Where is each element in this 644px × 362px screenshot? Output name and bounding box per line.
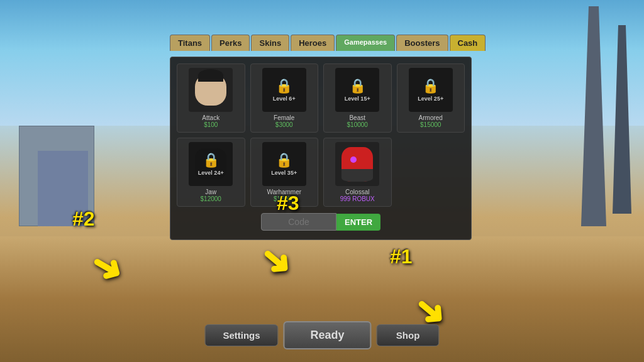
lock-level-armored: Level 25+ <box>418 96 443 102</box>
bottom-bar: Settings Ready Shop <box>204 321 439 349</box>
skin-card-armored[interactable]: 🔒 Level 25+ Armored $15000 <box>397 63 465 133</box>
skin-name-beast: Beast <box>328 114 387 121</box>
skin-card-beast[interactable]: 🔒 Level 15+ Beast $10000 <box>323 63 392 133</box>
skin-price-attack: $100 <box>181 121 241 128</box>
skins-grid: Attack $100 🔒 Level 6+ Female $3000 🔒 Le… <box>177 63 465 207</box>
lock-level-warhammer: Level 35+ <box>271 170 297 176</box>
lock-overlay-beast: 🔒 Level 15+ <box>335 68 379 112</box>
skin-name-jaw: Jaw <box>181 189 241 195</box>
enter-button[interactable]: ENTER <box>336 214 380 231</box>
skin-name-attack: Attack <box>181 114 241 121</box>
lock-icon-female: 🔒 <box>275 78 292 94</box>
skin-price-colossal: 999 ROBUX <box>328 195 387 202</box>
lock-overlay-jaw: 🔒 Level 24+ <box>189 142 233 186</box>
skin-name-armored: Armored <box>401 114 461 121</box>
skin-avatar-warhammer: 🔒 Level 35+ <box>262 142 306 186</box>
lock-icon-beast: 🔒 <box>349 78 366 94</box>
colossal-eye <box>350 156 357 163</box>
skin-avatar-armored: 🔒 Level 25+ <box>409 68 453 112</box>
lock-overlay-female: 🔒 Level 6+ <box>262 68 306 112</box>
skin-avatar-attack <box>189 68 233 112</box>
lock-overlay-armored: 🔒 Level 25+ <box>409 68 453 112</box>
skin-card-attack[interactable]: Attack $100 <box>177 63 245 133</box>
tab-gamepasses[interactable]: Gamepasses <box>336 35 395 51</box>
lock-icon-jaw: 🔒 <box>203 152 219 168</box>
colossal-mask <box>341 169 373 182</box>
skin-price-armored: $15000 <box>401 121 461 128</box>
tab-perks[interactable]: Perks <box>211 35 250 51</box>
tab-titans[interactable]: Titans <box>170 35 210 51</box>
skin-card-colossal[interactable]: Colossal 999 ROBUX <box>323 138 392 207</box>
skin-price-beast: $10000 <box>328 121 387 128</box>
lock-icon-warhammer: 🔒 <box>275 152 292 168</box>
tab-cash[interactable]: Cash <box>450 35 486 51</box>
annotation-1: #1 <box>390 245 413 268</box>
colossal-head <box>341 147 373 182</box>
annotation-2: #2 <box>72 207 95 231</box>
code-input[interactable] <box>261 213 336 231</box>
tab-skins[interactable]: Skins <box>251 35 289 51</box>
lock-level-jaw: Level 24+ <box>198 170 224 176</box>
skin-card-jaw[interactable]: 🔒 Level 24+ Jaw $12000 <box>177 138 245 207</box>
settings-button[interactable]: Settings <box>204 324 278 346</box>
skin-avatar-colossal <box>335 142 379 186</box>
code-area: ENTER <box>177 213 465 233</box>
skin-card-female[interactable]: 🔒 Level 6+ Female $3000 <box>250 63 319 133</box>
skin-name-colossal: Colossal <box>328 189 387 195</box>
ready-button[interactable]: Ready <box>284 321 372 349</box>
shop-button[interactable]: Shop <box>377 324 440 346</box>
lock-icon-armored: 🔒 <box>422 78 439 94</box>
lock-level-female: Level 6+ <box>273 96 296 102</box>
lock-overlay-warhammer: 🔒 Level 35+ <box>262 142 306 186</box>
lock-level-beast: Level 15+ <box>345 96 370 102</box>
tab-heroes[interactable]: Heroes <box>291 35 335 51</box>
skin-avatar-beast: 🔒 Level 15+ <box>335 68 379 112</box>
tabs-bar: Titans Perks Skins Heroes Gamepasses Boo… <box>170 35 486 51</box>
annotation-3: #3 <box>277 192 299 215</box>
skin-avatar-jaw: 🔒 Level 24+ <box>189 142 233 186</box>
skin-price-female: $3000 <box>255 121 314 128</box>
skin-name-female: Female <box>255 114 314 121</box>
tab-boosters[interactable]: Boosters <box>396 35 448 51</box>
skin-price-jaw: $12000 <box>181 195 241 202</box>
skin-avatar-female: 🔒 Level 6+ <box>262 68 306 112</box>
main-panel: Attack $100 🔒 Level 6+ Female $3000 🔒 Le… <box>170 57 472 240</box>
